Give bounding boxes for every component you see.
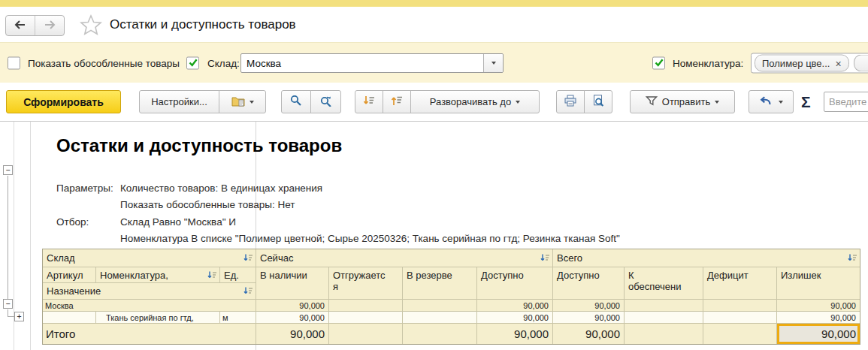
parameters-line: Показать обособленные товары: Нет: [120, 197, 620, 213]
column-header-reserved[interactable]: В резерве: [403, 267, 477, 300]
group-header-warehouse[interactable]: Склад: [43, 249, 256, 267]
column-header-unit[interactable]: Ед.: [220, 267, 256, 282]
related-actions-button[interactable]: [749, 90, 794, 113]
report-variants-button[interactable]: [219, 90, 266, 113]
expand-levels-icon-button[interactable]: [355, 90, 383, 113]
cell-total-in-stock[interactable]: 90,000: [256, 324, 329, 344]
table-row-warehouse-label[interactable]: Москва: [43, 300, 256, 312]
sort-icon[interactable]: [207, 271, 217, 279]
cell-warehouse-available-total[interactable]: 90,000: [553, 300, 625, 312]
group-header-label: Сейчас: [260, 252, 293, 264]
cell-item-shipping[interactable]: [329, 312, 403, 324]
cell-total-deficit[interactable]: [703, 324, 777, 344]
cell-total-available-total[interactable]: 90,000: [553, 324, 625, 344]
report-parameters: Параметры: Количество товаров: В единица…: [56, 180, 620, 248]
column-header-available-total[interactable]: Доступно: [553, 267, 625, 300]
forward-button[interactable]: [35, 16, 64, 35]
page-title: Остатки и доступность товаров: [110, 17, 296, 32]
cell-item-available-total[interactable]: 90,000: [553, 312, 625, 324]
group-header-now[interactable]: Сейчас: [256, 249, 553, 267]
tag-close-icon[interactable]: ×: [835, 58, 841, 68]
print-button[interactable]: [556, 90, 585, 113]
column-header-article[interactable]: Артикул: [43, 267, 96, 282]
cell-total-available[interactable]: 90,000: [477, 324, 553, 344]
warehouse-dropdown-button[interactable]: [483, 54, 503, 72]
sort-icon[interactable]: [540, 254, 550, 262]
column-header-in-stock[interactable]: В наличии: [256, 267, 329, 300]
cell-warehouse-reserved[interactable]: [403, 300, 477, 312]
cell-item-available[interactable]: 90,000: [477, 312, 553, 324]
filter-bar: Показать обособленные товары Склад: Номе…: [0, 42, 868, 83]
column-label: Номенклатура,: [100, 270, 168, 281]
expand-item-group-button[interactable]: +: [14, 312, 24, 321]
expand-to-button[interactable]: Разворачивать до: [410, 90, 540, 113]
column-header-shipping[interactable]: Отгружаетс я: [329, 267, 403, 300]
nomenclature-tag-partial[interactable]: [854, 55, 868, 72]
filter-line: Номенклатура В списке "Полимер цветной; …: [120, 231, 620, 247]
cell-item-article[interactable]: [43, 312, 96, 324]
warehouse-checkbox[interactable]: [186, 57, 199, 70]
cell-warehouse-to-supply[interactable]: [625, 300, 703, 312]
search-next-button[interactable]: [310, 90, 341, 113]
cell-item-nomenclature[interactable]: Ткань серийная по гтд,: [96, 312, 220, 324]
column-header-nomenclature[interactable]: Номенклатура,: [96, 267, 220, 282]
show-separated-label: Показать обособленные товары: [28, 58, 180, 69]
chevron-down-icon: [779, 101, 783, 104]
cell-item-surplus[interactable]: 90,000: [777, 312, 860, 324]
cell-warehouse-available[interactable]: 90,000: [477, 300, 553, 312]
column-label: Артикул: [47, 270, 83, 281]
group-header-total[interactable]: Всего: [553, 249, 860, 267]
cell-item-to-supply[interactable]: [625, 312, 703, 324]
sort-icon[interactable]: [243, 287, 253, 295]
sum-sigma-button[interactable]: Σ: [801, 90, 811, 113]
quick-sum-input[interactable]: [824, 92, 868, 112]
sort-icon[interactable]: [243, 254, 253, 262]
cell-warehouse-in-stock[interactable]: 90,000: [256, 300, 329, 312]
search-button[interactable]: [281, 90, 311, 113]
cell-item-unit[interactable]: м: [220, 312, 256, 324]
cell-warehouse-surplus[interactable]: 90,000: [777, 300, 860, 312]
nomenclature-checkbox[interactable]: [652, 57, 665, 70]
collapse-report-group-button[interactable]: −: [3, 165, 13, 175]
cell-total-shipping[interactable]: [329, 324, 403, 344]
nomenclature-field[interactable]: Полимер цве... ×: [751, 53, 868, 74]
column-header-purpose[interactable]: Назначение: [43, 283, 256, 299]
send-label: Отправить: [662, 96, 710, 107]
generate-button[interactable]: Сформировать: [6, 90, 121, 113]
collapse-levels-icon-button[interactable]: [383, 90, 411, 113]
forward-arrow-icon: [44, 19, 56, 32]
print-preview-icon: [592, 95, 604, 109]
cell-total-surplus-selected[interactable]: 90,000: [777, 324, 860, 344]
total-row-label[interactable]: Итого: [43, 324, 256, 344]
chevron-down-icon: [491, 62, 496, 65]
settings-button[interactable]: Настройки...: [139, 90, 219, 113]
warehouse-input[interactable]: [241, 54, 488, 72]
collapse-up-icon: [391, 95, 403, 109]
column-header-deficit[interactable]: Дефицит: [703, 267, 777, 300]
column-label: Назначение: [47, 285, 101, 297]
column-header-available[interactable]: Доступно: [477, 267, 553, 300]
warehouse-field[interactable]: [240, 53, 504, 73]
column-label: Ед.: [224, 270, 239, 281]
nomenclature-tag[interactable]: Полимер цве... ×: [755, 55, 849, 72]
favorite-star-icon[interactable]: [80, 14, 102, 38]
sort-icon[interactable]: [848, 254, 857, 262]
cell-warehouse-shipping[interactable]: [329, 300, 403, 312]
column-header-to-supply[interactable]: К обеспечени: [625, 267, 703, 300]
show-separated-checkbox[interactable]: [8, 57, 20, 70]
cell-warehouse-deficit[interactable]: [703, 300, 777, 312]
column-header-surplus[interactable]: Излишек: [777, 267, 860, 300]
cell-total-to-supply[interactable]: [625, 324, 703, 344]
check-icon: [189, 56, 198, 70]
search-icon: [290, 95, 302, 109]
column-header-left-block: Артикул Номенклатура, Ед.: [43, 267, 256, 300]
cell-total-reserved[interactable]: [403, 324, 477, 344]
print-preview-button[interactable]: [584, 90, 612, 113]
collapse-warehouse-group-button[interactable]: −: [3, 299, 13, 309]
back-button[interactable]: [6, 16, 35, 35]
search-next-icon: [319, 95, 332, 109]
cell-item-in-stock[interactable]: 90,000: [256, 312, 329, 324]
cell-item-reserved[interactable]: [403, 312, 477, 324]
send-button[interactable]: Отправить: [630, 90, 735, 113]
cell-item-deficit[interactable]: [703, 312, 777, 324]
